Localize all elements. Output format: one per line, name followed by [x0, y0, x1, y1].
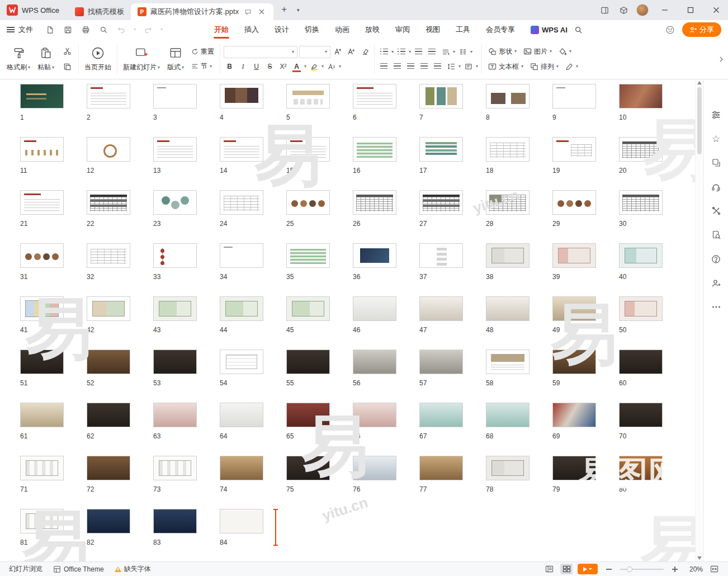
save-icon[interactable] [62, 24, 73, 35]
slide-thumbnail[interactable] [486, 403, 530, 427]
new-doc-icon[interactable] [44, 24, 55, 35]
numbering-chevron-icon[interactable]: ▾ [409, 50, 411, 54]
paste-button[interactable]: 粘贴▾ [32, 41, 59, 77]
slide-thumbnail[interactable] [286, 137, 330, 162]
tools-icon[interactable] [710, 205, 722, 217]
slide-thumbnail[interactable] [153, 350, 197, 374]
textbox-button[interactable]: 文本框▾ [485, 60, 526, 73]
font-color-button[interactable]: A [291, 61, 302, 73]
service-headset-icon[interactable] [710, 181, 722, 193]
zoom-slider[interactable] [620, 569, 664, 570]
slide-thumbnail[interactable] [220, 456, 263, 480]
slide-thumbnail[interactable] [486, 137, 530, 162]
app-home-tab[interactable]: WPS Office [0, 0, 68, 20]
favorites-star-icon[interactable]: ☆ [710, 133, 722, 145]
arrange-button[interactable]: 排列▾ [527, 60, 561, 73]
slide-thumbnail[interactable] [486, 190, 530, 215]
undo-icon[interactable] [116, 24, 127, 35]
slide-thumbnail[interactable] [619, 84, 663, 108]
slide-thumbnail[interactable] [552, 190, 596, 215]
columns-chevron-icon[interactable]: ▾ [470, 50, 472, 54]
slide-thumbnail[interactable] [220, 243, 263, 268]
slide-sorter-view-button[interactable] [560, 564, 573, 574]
slide-thumbnail[interactable] [87, 456, 130, 480]
ribbon-expand-chevron-icon[interactable] [718, 55, 725, 63]
format-painter-button[interactable]: 格式刷▾ [4, 41, 32, 77]
strikethrough-button[interactable]: S [264, 61, 276, 73]
slide-thumbnail[interactable] [486, 350, 530, 374]
print-preview-icon[interactable] [98, 24, 109, 35]
slide-thumbnail[interactable] [619, 190, 663, 215]
fill-color-button[interactable]: ▾ [556, 45, 574, 58]
text-effects-button[interactable] [325, 61, 337, 73]
slide-thumbnail[interactable] [486, 84, 530, 108]
new-slide-button[interactable]: 新建幻灯片▾ [121, 41, 162, 77]
wps-ai-button[interactable]: WPS AI [531, 26, 568, 34]
slide-thumbnail[interactable] [419, 137, 463, 162]
menu-tab[interactable]: 审阅 [387, 20, 418, 39]
slide-thumbnail[interactable] [220, 190, 263, 215]
menu-tab[interactable]: 开始 [206, 20, 237, 39]
add-user-icon[interactable] [710, 277, 722, 289]
menu-tab[interactable]: 放映 [357, 20, 387, 39]
layout-button[interactable]: 版式▾ [162, 41, 189, 77]
slide-thumbnail[interactable] [552, 456, 596, 480]
apps-cube-icon[interactable] [615, 2, 632, 18]
slide-thumbnail[interactable] [286, 243, 330, 268]
close-window-button[interactable] [705, 0, 728, 20]
menu-tab[interactable]: 切换 [297, 20, 327, 39]
slide-thumbnail[interactable] [20, 403, 64, 427]
slide-thumbnail[interactable] [153, 190, 197, 215]
slide-thumbnail[interactable] [87, 243, 130, 268]
slide-thumbnail[interactable] [87, 403, 130, 427]
search-icon[interactable] [573, 24, 584, 35]
slide-thumbnail[interactable] [486, 456, 530, 480]
play-from-current-button[interactable]: 当页开始 [82, 41, 114, 77]
undo-chevron-icon[interactable]: ▾ [134, 27, 136, 32]
slide-thumbnail[interactable] [353, 190, 396, 215]
doc-tab-template[interactable]: 找稿壳模板 [68, 3, 131, 20]
theme-indicator[interactable]: Office Theme [50, 565, 107, 573]
redo-chevron-icon[interactable]: ▾ [160, 27, 163, 32]
slide-thumbnail[interactable] [153, 243, 197, 268]
doc-tab-active[interactable]: P 藏医药博物馆设计方案.pptx [131, 3, 273, 20]
slide-thumbnail[interactable] [552, 296, 596, 321]
slide-thumbnail[interactable] [87, 84, 130, 108]
help-question-icon[interactable] [710, 253, 722, 265]
slide-thumbnail[interactable] [552, 84, 596, 108]
new-tab-button[interactable]: + [277, 2, 291, 17]
slide-thumbnail[interactable] [220, 509, 263, 533]
slide-thumbnail[interactable] [153, 296, 197, 321]
menu-tab[interactable]: 动画 [327, 20, 357, 39]
slide-thumbnail[interactable] [353, 350, 396, 374]
slide-thumbnail[interactable] [20, 137, 64, 162]
slide-thumbnail[interactable] [20, 243, 64, 268]
slide-thumbnail[interactable] [419, 350, 463, 374]
slide-thumbnail[interactable] [619, 350, 663, 374]
slide-thumbnail[interactable] [220, 350, 263, 374]
line-spacing-chevron-icon[interactable]: ▾ [458, 64, 461, 69]
menu-tab[interactable]: 视图 [418, 20, 448, 39]
slide-thumbnail[interactable] [619, 456, 663, 480]
tab-list-chevron-icon[interactable]: ▾ [292, 3, 304, 17]
scroll-down-arrow-icon[interactable] [697, 556, 702, 560]
slide-thumbnail[interactable] [220, 403, 263, 427]
bold-button[interactable]: B [224, 61, 235, 73]
reset-button[interactable]: 重置 [189, 46, 216, 58]
zoom-slider-thumb[interactable] [627, 566, 632, 572]
line-spacing-button[interactable] [445, 60, 457, 72]
shapes-button[interactable]: 形状▾ [485, 45, 519, 58]
slide-thumbnail[interactable] [286, 190, 330, 215]
highlight-color-button[interactable] [308, 61, 320, 73]
slideshow-play-button[interactable] [578, 564, 598, 574]
slide-thumbnail[interactable] [353, 243, 396, 268]
outline-color-button[interactable]: ▾ [562, 60, 581, 73]
slide-thumbnail[interactable] [153, 456, 197, 480]
close-tab-icon[interactable] [257, 7, 267, 17]
slide-thumbnail[interactable] [552, 243, 596, 268]
slide-thumbnail[interactable] [353, 296, 396, 321]
slide-thumbnail[interactable] [153, 137, 197, 162]
menu-tab[interactable]: 设计 [267, 20, 297, 39]
numbering-button[interactable] [395, 46, 407, 58]
slide-thumbnail[interactable] [20, 456, 64, 480]
